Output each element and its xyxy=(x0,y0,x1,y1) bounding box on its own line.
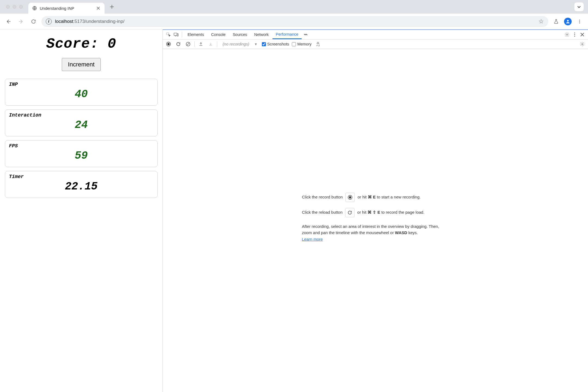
kebab-menu-icon[interactable] xyxy=(571,31,578,38)
svg-point-15 xyxy=(582,44,583,45)
svg-point-11 xyxy=(574,36,575,36)
help-pan-line: After recording, select an area of inter… xyxy=(302,223,449,242)
device-toolbar-icon[interactable] xyxy=(173,31,180,38)
minimize-window-icon[interactable] xyxy=(13,5,16,9)
metric-label: Timer xyxy=(9,174,154,179)
metric-value: 22.15 xyxy=(9,180,154,193)
labs-icon[interactable] xyxy=(552,17,561,26)
metric-label: INP xyxy=(9,82,154,87)
svg-rect-6 xyxy=(174,33,177,35)
metric-card-fps: FPS 59 xyxy=(5,140,158,167)
metric-value: 59 xyxy=(9,150,154,162)
address-bar[interactable]: i localhost:5173/understanding-inp/ ☆ xyxy=(41,16,548,27)
profile-avatar[interactable] xyxy=(564,18,572,25)
svg-point-8 xyxy=(566,34,568,35)
record-icon xyxy=(345,193,355,202)
inspect-element-icon[interactable] xyxy=(165,31,172,38)
reload-icon xyxy=(345,208,354,217)
devtools-tabs: Elements Console Sources Network Perform… xyxy=(163,30,588,39)
close-devtools-icon[interactable] xyxy=(579,31,586,38)
screenshots-checkbox[interactable]: Screenshots xyxy=(262,42,289,46)
svg-point-1 xyxy=(567,20,569,22)
svg-rect-7 xyxy=(177,34,178,36)
panel-settings-icon[interactable] xyxy=(579,41,586,48)
bookmark-star-icon[interactable]: ☆ xyxy=(538,18,544,25)
performance-help: Click the record button or hit ⌘ E to st… xyxy=(163,49,588,392)
devtools-panel: Elements Console Sources Network Perform… xyxy=(163,29,588,392)
record-icon[interactable] xyxy=(165,41,172,48)
metric-card-timer: Timer 22.15 xyxy=(5,171,158,198)
metric-value: 40 xyxy=(9,88,154,100)
tab-bar: Understanding INP xyxy=(0,0,588,14)
page-content: Score: 0 Increment INP 40 Interaction 24… xyxy=(0,29,163,392)
svg-point-9 xyxy=(574,32,575,33)
memory-checkbox[interactable]: Memory xyxy=(292,42,311,46)
new-tab-button[interactable] xyxy=(108,3,116,11)
site-info-icon[interactable]: i xyxy=(46,19,52,24)
score-title: Score: 0 xyxy=(5,36,158,52)
settings-icon[interactable] xyxy=(564,31,571,38)
recordings-dropdown[interactable]: (no recordings) xyxy=(220,42,252,46)
metric-label: FPS xyxy=(9,143,154,149)
download-icon[interactable] xyxy=(207,41,214,48)
metric-value: 24 xyxy=(9,119,154,131)
metric-card-inp: INP 40 xyxy=(5,79,158,106)
toolbar: i localhost:5173/understanding-inp/ ☆ xyxy=(0,14,588,29)
forward-button[interactable] xyxy=(16,17,26,26)
learn-more-link[interactable]: Learn more xyxy=(302,237,323,241)
back-button[interactable] xyxy=(4,17,13,26)
close-tab-icon[interactable] xyxy=(96,6,101,11)
globe-icon xyxy=(32,6,37,11)
svg-point-13 xyxy=(167,43,170,45)
more-tabs-icon[interactable] xyxy=(302,31,309,38)
tab-performance[interactable]: Performance xyxy=(272,30,302,39)
svg-point-4 xyxy=(579,22,580,23)
maximize-window-icon[interactable] xyxy=(19,5,23,9)
svg-point-10 xyxy=(574,34,575,35)
chevron-down-icon[interactable]: ▾ xyxy=(255,42,257,46)
help-record-line: Click the record button or hit ⌘ E to st… xyxy=(302,193,449,202)
help-reload-line: Click the reload button or hit ⌘ ⇧ E to … xyxy=(302,208,449,217)
garbage-collect-icon[interactable] xyxy=(314,41,321,48)
tab-elements[interactable]: Elements xyxy=(184,30,207,39)
svg-point-3 xyxy=(579,21,580,22)
url-text: localhost:5173/understanding-inp/ xyxy=(55,19,124,24)
increment-button[interactable]: Increment xyxy=(62,58,101,71)
metric-card-interaction: Interaction 24 xyxy=(5,109,158,136)
reload-button[interactable] xyxy=(29,17,38,26)
window-controls xyxy=(3,5,28,9)
svg-point-2 xyxy=(579,20,580,20)
upload-icon[interactable] xyxy=(197,41,204,48)
browser-tab[interactable]: Understanding INP xyxy=(28,3,105,14)
menu-icon[interactable] xyxy=(575,17,584,26)
close-window-icon[interactable] xyxy=(6,5,10,9)
tab-console[interactable]: Console xyxy=(208,30,229,39)
performance-toolbar: (no recordings) ▾ Screenshots Memory xyxy=(163,39,588,49)
tab-sources[interactable]: Sources xyxy=(229,30,250,39)
clear-icon[interactable] xyxy=(185,41,192,48)
tab-title: Understanding INP xyxy=(40,6,74,11)
svg-point-17 xyxy=(349,196,351,198)
metric-label: Interaction xyxy=(9,112,154,118)
tab-network[interactable]: Network xyxy=(251,30,272,39)
reload-record-icon[interactable] xyxy=(175,41,182,48)
tab-dropdown-button[interactable] xyxy=(574,2,584,11)
